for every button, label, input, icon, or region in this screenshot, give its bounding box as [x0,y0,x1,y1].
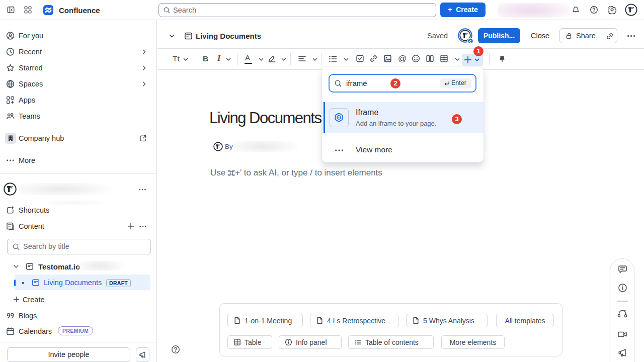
svg-text:c: c [469,39,471,44]
